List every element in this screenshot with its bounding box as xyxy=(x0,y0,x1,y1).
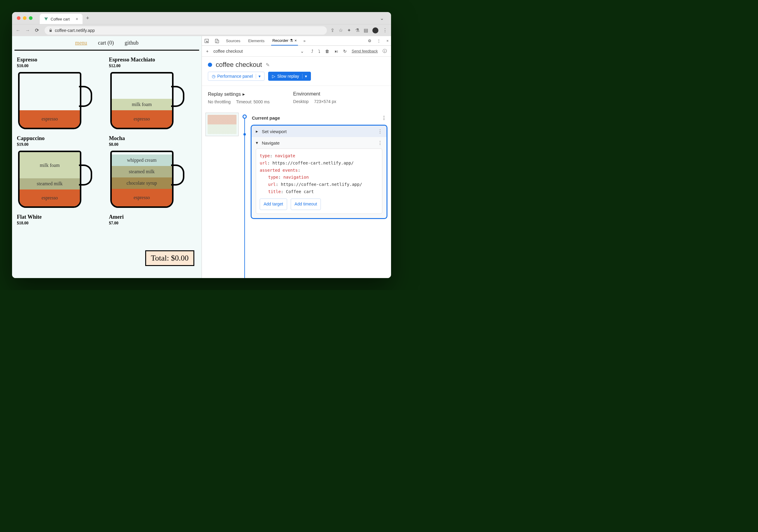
url-field[interactable]: coffee-cart.netlify.app xyxy=(45,26,327,35)
tab-sources[interactable]: Sources xyxy=(225,36,242,46)
settings-row: Replay settings▸ No throttlingTimeout: 5… xyxy=(202,85,391,110)
mug-layer: steamed milk xyxy=(19,178,80,189)
overflow-menu-icon[interactable]: ⋮ xyxy=(383,27,388,33)
nav-menu[interactable]: menu xyxy=(75,40,87,46)
replay-settings[interactable]: Replay settings▸ No throttlingTimeout: 5… xyxy=(208,91,275,104)
export-icon[interactable]: ⤴ xyxy=(311,49,313,53)
add-timeout-button[interactable]: Add timeout xyxy=(291,199,321,210)
reload-button[interactable]: ⟳ xyxy=(35,27,41,33)
kebab-icon[interactable]: ⋮ xyxy=(377,39,381,43)
coffee-mug[interactable]: espresso xyxy=(17,71,95,131)
mug-layer: steamed milk xyxy=(112,166,172,178)
chevron-down-icon: ⌄ xyxy=(300,49,304,53)
recorder-toolbar: + coffee checkout ⌄ ⤴ ⤵ 🗑 ⏯ ↻ Send feedb… xyxy=(202,46,391,57)
step-icon[interactable]: ↻ xyxy=(343,49,347,53)
flask-icon: ⚗ xyxy=(290,38,293,43)
back-button[interactable]: ← xyxy=(16,28,22,33)
share-icon[interactable]: ⇪ xyxy=(330,27,334,33)
environment-info: Environment Desktop723×574 px xyxy=(293,91,342,104)
browser-tab[interactable]: Coffee cart × xyxy=(40,14,83,24)
play-pause-icon[interactable]: ⏯ xyxy=(334,49,338,53)
browser-window: Coffee cart × + ⌄ ← → ⟳ coffee-cart.netl… xyxy=(12,12,391,278)
maximize-window[interactable] xyxy=(29,16,33,20)
nav-cart[interactable]: cart (0) xyxy=(98,40,114,46)
mug-layer: chocolate syrup xyxy=(112,178,172,189)
product-price: $19.00 xyxy=(17,142,105,147)
chevron-down-icon[interactable]: ▾ xyxy=(302,74,307,79)
timeline: Current page ⋮ ▸ Set viewport ⋮ ▾ Naviga… xyxy=(202,110,391,219)
product-item[interactable]: Flat White$18.00 xyxy=(17,214,105,228)
recording-title: coffee checkout xyxy=(216,61,262,69)
site-nav: menu cart (0) github xyxy=(15,36,199,50)
mug-layer: milk foam xyxy=(112,99,172,110)
import-icon[interactable]: ⤵ xyxy=(318,49,320,53)
product-item[interactable]: Espresso Macchiato$12.00espressomilk foa… xyxy=(109,57,197,131)
add-recording-icon[interactable]: + xyxy=(206,49,208,53)
recording-select[interactable]: coffee checkout ⌄ xyxy=(213,49,306,53)
gauge-icon: ◷ xyxy=(212,74,215,79)
sidepanel-icon[interactable]: ▤ xyxy=(363,27,368,33)
product-price: $8.00 xyxy=(109,142,197,147)
coffee-mug[interactable]: espressochocolate syrupsteamed milkwhipp… xyxy=(109,150,188,210)
settings-icon[interactable]: ⚙ xyxy=(368,39,371,43)
bookmark-icon[interactable]: ☆ xyxy=(339,27,343,33)
close-tab-icon[interactable]: × xyxy=(76,17,78,21)
kebab-icon[interactable]: ⋮ xyxy=(378,129,382,134)
close-icon[interactable]: × xyxy=(294,38,297,43)
devtools-panel: Sources Elements Recorder⚗× » ⚙ ⋮ × + co… xyxy=(202,36,391,278)
minimize-window[interactable] xyxy=(23,16,26,20)
profile-avatar[interactable] xyxy=(372,27,378,33)
product-item[interactable]: Cappuccino$19.00espressosteamed milkmilk… xyxy=(17,135,105,210)
new-tab-button[interactable]: + xyxy=(86,15,89,21)
mug-layer: espresso xyxy=(112,189,172,206)
close-window[interactable] xyxy=(17,16,20,20)
url-text: coffee-cart.netlify.app xyxy=(55,28,95,33)
product-price: $18.00 xyxy=(17,221,105,226)
tabs-menu-icon[interactable]: ⌄ xyxy=(380,16,384,21)
recording-header: coffee checkout ✎ xyxy=(202,57,391,72)
cart-total[interactable]: Total: $0.00 xyxy=(145,250,194,266)
labs-icon[interactable]: ⚗ xyxy=(355,27,360,33)
kebab-icon[interactable]: ⋮ xyxy=(378,140,382,146)
mug-layer: milk foam xyxy=(19,152,80,178)
product-item[interactable]: Mocha$8.00espressochocolate syrupsteamed… xyxy=(109,135,197,210)
product-price: $10.00 xyxy=(17,64,105,68)
add-target-button[interactable]: Add target xyxy=(260,199,287,210)
coffee-mug[interactable]: espressosteamed milkmilk foam xyxy=(17,150,95,210)
nav-github[interactable]: github xyxy=(125,40,139,46)
vue-icon xyxy=(44,17,48,21)
performance-panel-button[interactable]: ◷ Performance panel ▾ xyxy=(208,72,264,81)
recording-status-dot xyxy=(208,63,212,67)
send-feedback-link[interactable]: Send feedback xyxy=(352,49,378,53)
chevron-down-icon[interactable]: ▾ xyxy=(256,74,260,79)
product-name: Ameri xyxy=(109,214,197,220)
coffee-mug[interactable]: espressomilk foam xyxy=(109,71,188,131)
forward-button[interactable]: → xyxy=(25,28,31,33)
product-item[interactable]: Espresso$10.00espresso xyxy=(17,57,105,131)
product-price: $12.00 xyxy=(109,64,197,68)
help-icon[interactable]: ⓘ xyxy=(383,49,387,54)
kebab-icon[interactable]: ⋮ xyxy=(382,115,386,120)
step-set-viewport[interactable]: ▸ Set viewport ⋮ xyxy=(252,126,387,137)
slow-replay-button[interactable]: ▷ Slow replay ▾ xyxy=(268,72,311,81)
step-thumbnail[interactable] xyxy=(205,113,239,136)
chevron-right-icon: ▸ xyxy=(256,129,259,134)
inspect-icon[interactable] xyxy=(204,39,209,43)
step-card: ▸ Set viewport ⋮ ▾ Navigate ⋮ type: navi… xyxy=(251,125,388,219)
close-devtools-icon[interactable]: × xyxy=(386,39,389,43)
edit-icon[interactable]: ✎ xyxy=(266,62,270,68)
step-navigate[interactable]: ▾ Navigate ⋮ xyxy=(252,137,387,149)
product-name: Flat White xyxy=(17,214,105,220)
mug-layer: espresso xyxy=(19,110,80,128)
mug-layer: espresso xyxy=(112,110,172,128)
tab-elements[interactable]: Elements xyxy=(247,36,266,46)
tab-recorder[interactable]: Recorder⚗× xyxy=(271,36,298,46)
timeline-node[interactable] xyxy=(243,133,246,136)
extensions-icon[interactable]: ✦ xyxy=(347,27,351,33)
delete-icon[interactable]: 🗑 xyxy=(325,49,329,53)
more-tabs-icon[interactable]: » xyxy=(303,39,305,43)
timeline-node[interactable] xyxy=(243,115,247,119)
mug-layer: espresso xyxy=(19,189,80,206)
product-item[interactable]: Ameri$7.00 xyxy=(109,214,197,228)
device-icon[interactable] xyxy=(215,39,219,43)
